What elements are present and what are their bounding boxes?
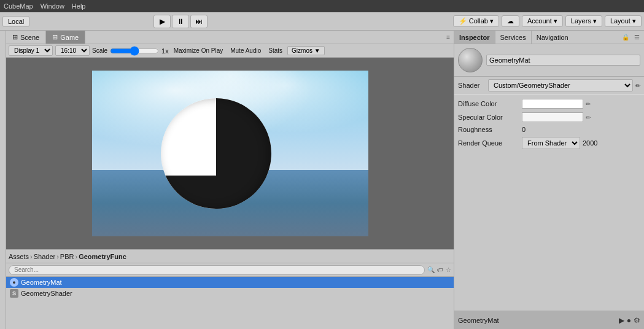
asset-list: ● GeometryMat S GeometryShader (6, 277, 454, 329)
tag-icon[interactable]: 🏷 (437, 266, 443, 273)
tab-scene[interactable]: ⊞ Scene (6, 31, 46, 44)
gizmos-label: Gizmos (292, 47, 312, 54)
render-queue-label: Render Queue (458, 139, 519, 147)
local-button[interactable]: Local (2, 16, 29, 27)
toolbar: Local ▶ ⏸ ⏭ ⚡ Collab ▾ ☁ Account ▾ Layer… (0, 12, 644, 31)
sphere-shadow (161, 98, 271, 209)
bottom-toolbar: Assets › Shader › PBR › GeometryFunc (6, 250, 454, 263)
game-inner (92, 71, 368, 236)
play-small-icon[interactable]: ▶ (619, 316, 624, 325)
left-panel (0, 31, 6, 329)
roughness-label: Roughness (458, 126, 519, 133)
game-tab-icon: ⊞ (52, 33, 58, 41)
render-queue-select[interactable]: From Shader (522, 137, 580, 149)
game-toolbar: Display 1 16:10 Scale 1x Maximize On Pla… (6, 44, 454, 58)
game-viewport (6, 58, 454, 249)
material-preview (458, 48, 483, 72)
view-tab-close[interactable]: ≡ (443, 33, 454, 42)
inspector-bottom-name: GeometryMat (458, 317, 616, 324)
tab-services[interactable]: Services (495, 31, 532, 44)
menu-cubemap[interactable]: CubeMap (4, 2, 33, 10)
star-icon[interactable]: ☆ (446, 266, 451, 273)
roughness-value: 0 (522, 126, 526, 133)
step-button[interactable]: ⏭ (190, 15, 208, 28)
bottom-area: Assets › Shader › PBR › GeometryFunc 🔍 🏷… (6, 249, 454, 329)
scale-value: 1x (161, 47, 169, 55)
layout-button[interactable]: Layout ▾ (605, 15, 642, 27)
menu-help[interactable]: Help (72, 2, 86, 10)
menu-window[interactable]: Window (41, 2, 64, 10)
diffuse-color-label: Diffuse Color (458, 100, 519, 107)
sphere-object (161, 98, 271, 209)
material-name-field[interactable] (486, 55, 640, 66)
account-button[interactable]: Account ▾ (522, 15, 563, 27)
breadcrumb-assets[interactable]: Assets (9, 253, 29, 260)
right-controls: ⚡ Collab ▾ ☁ Account ▾ Layers ▾ Layout ▾ (453, 15, 642, 27)
scale-label: Scale (92, 47, 107, 54)
diffuse-color-row: Diffuse Color ✏ (454, 97, 644, 110)
collab-button[interactable]: ⚡ Collab ▾ (453, 15, 499, 27)
breadcrumb-sep1: › (30, 253, 33, 260)
shader-icon: S (10, 289, 18, 298)
scene-tab-label: Scene (20, 34, 39, 41)
breadcrumb-func[interactable]: GeometryFunc (79, 253, 126, 260)
breadcrumb-shader[interactable]: Shader (34, 253, 55, 260)
layers-button[interactable]: Layers ▾ (565, 15, 602, 27)
inspector-panel: Inspector Services Navigation 🔒 ☰ Shader… (454, 31, 644, 329)
settings-icon[interactable]: ⚙ (634, 316, 640, 325)
cloud-button[interactable]: ☁ (502, 15, 519, 27)
stats-button[interactable]: Stats (266, 47, 285, 55)
gizmos-button[interactable]: Gizmos ▼ (287, 46, 325, 55)
shader-label: Shader (458, 82, 486, 89)
view-tabs: ⊞ Scene ⊞ Game ≡ (6, 31, 454, 44)
maximize-on-play-button[interactable]: Maximize On Play (171, 47, 226, 55)
specular-color-row: Specular Color ✏ (454, 110, 644, 124)
shader-select[interactable]: Custom/GeometryShader (488, 79, 633, 91)
shader-row: Shader Custom/GeometryShader ✏ (454, 77, 644, 95)
specular-edit-icon[interactable]: ✏ (586, 114, 591, 121)
insp-icons: 🔒 ☰ (621, 33, 644, 42)
asset-name: GeometryMat (21, 279, 62, 286)
mat-icon: ● (10, 278, 18, 287)
center-panel: ⊞ Scene ⊞ Game ≡ Display 1 16:10 Scale 1… (6, 31, 454, 329)
menu-icon[interactable]: ☰ (632, 33, 642, 42)
tab-game[interactable]: ⊞ Game (46, 31, 85, 44)
bottom-search-bar: 🔍 🏷 ☆ (6, 263, 454, 277)
display-select[interactable]: Display 1 (9, 45, 53, 56)
game-tab-label: Game (60, 34, 79, 41)
pause-button[interactable]: ⏸ (172, 15, 189, 28)
gizmos-arrow-icon: ▼ (314, 47, 320, 54)
menu-bar: CubeMap Window Help (0, 0, 644, 12)
edit-icon[interactable]: ✏ (635, 82, 640, 89)
inspector-tabs: Inspector Services Navigation 🔒 ☰ (454, 31, 644, 44)
search-icon[interactable]: 🔍 (427, 266, 435, 273)
diffuse-color-swatch[interactable] (522, 99, 583, 109)
specular-color-swatch[interactable] (522, 112, 583, 122)
specular-color-label: Specular Color (458, 114, 519, 121)
play-button[interactable]: ▶ (153, 15, 171, 28)
breadcrumb-pbr[interactable]: PBR (60, 253, 74, 260)
tab-inspector[interactable]: Inspector (454, 31, 495, 44)
main-area: ⊞ Scene ⊞ Game ≡ Display 1 16:10 Scale 1… (0, 31, 644, 329)
breadcrumb: Assets › Shader › PBR › GeometryFunc (9, 253, 126, 260)
aspect-select[interactable]: 16:10 (55, 45, 90, 56)
tab-navigation[interactable]: Navigation (532, 33, 573, 42)
diffuse-edit-icon[interactable]: ✏ (586, 101, 591, 107)
list-item[interactable]: S GeometryShader (6, 288, 454, 299)
render-queue-row: Render Queue From Shader 2000 (454, 135, 644, 151)
mute-audio-button[interactable]: Mute Audio (228, 47, 263, 55)
inspector-bottom-bar: GeometryMat ▶ ● ⚙ (454, 311, 644, 329)
material-header (454, 44, 644, 77)
asset-name: GeometryShader (21, 290, 72, 297)
search-input[interactable] (9, 265, 425, 275)
render-queue-value: 2000 (583, 139, 607, 147)
lock-icon[interactable]: 🔒 (621, 33, 630, 42)
material-properties: Diffuse Color ✏ Specular Color ✏ Roughne… (454, 95, 644, 153)
list-item[interactable]: ● GeometryMat (6, 277, 454, 288)
dot-icon[interactable]: ● (627, 316, 631, 325)
sphere-mesh (161, 98, 271, 209)
scale-slider[interactable] (110, 46, 159, 56)
scene-tab-icon: ⊞ (12, 33, 18, 41)
breadcrumb-sep2: › (56, 253, 59, 260)
breadcrumb-sep3: › (75, 253, 77, 260)
